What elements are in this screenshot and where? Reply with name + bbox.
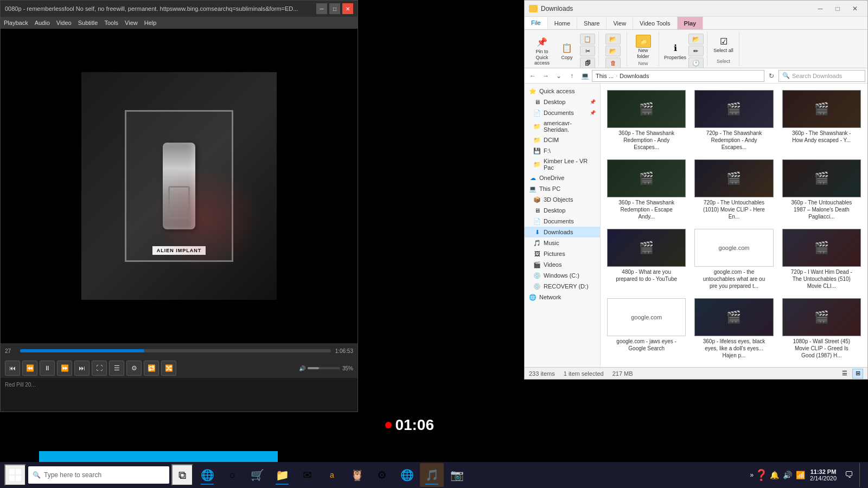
tray-network-icon[interactable]: 📶: [795, 465, 806, 485]
vlc-loop-button[interactable]: 🔁: [144, 361, 159, 376]
sidebar-item-this-pc[interactable]: 💻 This PC: [525, 183, 600, 194]
taskbar-app-extra[interactable]: ⚙: [370, 463, 394, 487]
taskbar-app-mail[interactable]: ✉: [295, 463, 319, 487]
vlc-fullscreen-button[interactable]: ⛶: [92, 361, 107, 376]
sidebar-item-fdrive[interactable]: 💾 F:\: [525, 145, 600, 156]
sidebar-item-music[interactable]: 🎵 Music: [525, 237, 600, 248]
tray-help-icon[interactable]: ❓: [756, 465, 767, 485]
move-to-button[interactable]: 📂: [605, 34, 621, 44]
sidebar-item-network[interactable]: 🌐 Network: [525, 292, 600, 303]
search-box[interactable]: 🔍 Search Downloads: [778, 70, 865, 82]
system-clock[interactable]: 11:32 PM 2/14/2020: [808, 468, 839, 481]
sidebar-item-desktop[interactable]: 🖥 Desktop: [525, 205, 600, 216]
copy-path-button[interactable]: 🗐: [580, 57, 595, 68]
explorer-minimize-button[interactable]: ─: [812, 3, 828, 14]
list-item[interactable]: 🎬 480p - What are you prepared to do - Y…: [605, 227, 688, 292]
paste-button[interactable]: 📋: [580, 34, 595, 44]
vlc-minimize-button[interactable]: ─: [316, 3, 327, 14]
ribbon-tab-view[interactable]: View: [607, 17, 633, 29]
vlc-play-pause-button[interactable]: ⏸: [40, 361, 55, 376]
ribbon-tab-file[interactable]: File: [525, 17, 548, 29]
taskbar-search[interactable]: 🔍 Type here to search: [28, 466, 169, 484]
task-view-button[interactable]: ⧉: [171, 464, 193, 486]
list-item[interactable]: 🎬 360p - lifeless eyes, black eyes, like…: [692, 296, 775, 361]
list-item[interactable]: 🎬 720p - The Untouchables (1010) Movie C…: [692, 157, 775, 222]
vlc-menu-audio[interactable]: Audio: [35, 20, 50, 26]
list-item[interactable]: google.com google.com - jaws eyes - Goog…: [605, 296, 688, 361]
new-folder-button[interactable]: 📁 New folder: [631, 34, 655, 61]
vlc-forward-button[interactable]: ⏩: [57, 361, 72, 376]
copy-to-button[interactable]: 📂: [605, 46, 621, 56]
tray-volume-icon[interactable]: 🔊: [782, 465, 793, 485]
taskbar-app-browser[interactable]: 🌐: [395, 463, 419, 487]
sidebar-item-americavr[interactable]: 📁 americavr-Sheridan.: [525, 118, 600, 134]
expand-button[interactable]: ⌄: [553, 70, 565, 82]
action-center-icon[interactable]: 🗨: [841, 465, 857, 485]
vlc-menu-view[interactable]: View: [125, 20, 138, 26]
sidebar-item-3d-objects[interactable]: 📦 3D Objects: [525, 194, 600, 205]
pc-icon-button[interactable]: 💻: [579, 70, 591, 82]
explorer-maximize-button[interactable]: □: [829, 3, 846, 14]
cut-button[interactable]: ✂: [580, 46, 595, 56]
vlc-next-button[interactable]: ⏭: [74, 361, 90, 376]
vlc-prev-button[interactable]: ⏮: [5, 361, 20, 376]
vlc-ext-button[interactable]: ⚙: [126, 361, 142, 376]
tray-notification-icon[interactable]: 🔔: [769, 465, 780, 485]
sidebar-item-desktop-pinned[interactable]: 🖥 Desktop 📌: [525, 97, 600, 107]
show-desktop-button[interactable]: [859, 463, 864, 487]
list-item[interactable]: google.com google.com - the untouchables…: [692, 227, 775, 292]
copy-button[interactable]: 📋 Copy: [555, 41, 579, 62]
taskbar-app-cortana[interactable]: ○: [220, 463, 244, 487]
taskbar-app-folder[interactable]: 📁: [270, 463, 294, 487]
back-button[interactable]: ←: [527, 70, 539, 82]
ribbon-tab-play[interactable]: Play: [678, 17, 704, 29]
sidebar-item-dcim[interactable]: 📁 DCIM: [525, 134, 600, 145]
sidebar-item-documents-pinned[interactable]: 📄 Documents 📌: [525, 107, 600, 118]
taskbar-app-vlc[interactable]: 🎵: [420, 463, 444, 487]
vlc-menu-subtitle[interactable]: Subtitle: [78, 20, 98, 26]
taskbar-app-camera[interactable]: 📷: [445, 463, 469, 487]
sidebar-item-quick-access[interactable]: ⭐ Quick access: [525, 86, 600, 97]
vlc-shuffle-button[interactable]: 🔀: [161, 361, 176, 376]
sidebar-item-downloads[interactable]: ⬇ Downloads: [525, 227, 600, 237]
ribbon-tab-video-tools[interactable]: Video Tools: [633, 17, 677, 29]
list-item[interactable]: 🎬 720p - The Shawshank Redemption - Andy…: [692, 88, 775, 153]
start-button[interactable]: [4, 464, 26, 486]
taskbar-app-tripadvisor[interactable]: 🦉: [345, 463, 369, 487]
sidebar-item-documents[interactable]: 📄 Documents: [525, 216, 600, 227]
vlc-menu-playback[interactable]: Playback: [4, 20, 28, 26]
sidebar-item-kimberlee[interactable]: 📁 Kimber Lee - VR Pac: [525, 156, 600, 172]
sidebar-item-onedrive[interactable]: ☁ OneDrive: [525, 172, 600, 183]
vlc-video-area[interactable]: ALIEN IMPLANT: [1, 29, 358, 343]
list-item[interactable]: 🎬 360p - The Shawshank Redemption - Andy…: [605, 88, 688, 153]
list-item[interactable]: 🎬 360p - The Untouchables 1987 – Malone'…: [780, 157, 863, 222]
vlc-menu-help[interactable]: Help: [144, 20, 157, 26]
open-button[interactable]: 📂: [688, 34, 704, 44]
list-item[interactable]: 🎬 720p - I Want Him Dead - The Untouchab…: [780, 227, 863, 292]
list-view-button[interactable]: ☰: [839, 369, 850, 378]
ribbon-tab-home[interactable]: Home: [548, 17, 577, 29]
vlc-maximize-button[interactable]: □: [329, 3, 340, 14]
properties-button[interactable]: ℹ Properties: [663, 41, 687, 62]
list-item[interactable]: 🎬 1080p - Wall Street (45) Movie CLIP - …: [780, 296, 863, 361]
history-button[interactable]: 🕐: [688, 57, 704, 68]
list-item[interactable]: 🎬 360p - The Shawshank Redemption - Esca…: [605, 157, 688, 222]
address-path[interactable]: This ... › Downloads: [592, 70, 764, 82]
select-button[interactable]: ☑ Select all: [712, 34, 736, 55]
vlc-rewind-button[interactable]: ⏪: [22, 361, 37, 376]
delete-button[interactable]: 🗑: [605, 57, 621, 68]
pin-to-quick-access-button[interactable]: 📌 Pin to Quick access: [530, 35, 554, 67]
ribbon-tab-share[interactable]: Share: [577, 17, 607, 29]
vlc-playlist-button[interactable]: ☰: [109, 361, 124, 376]
taskbar-app-ie[interactable]: 🌐: [195, 463, 219, 487]
taskbar-app-amazon[interactable]: a: [320, 463, 344, 487]
vlc-volume-track[interactable]: [308, 367, 340, 369]
vlc-menu-video[interactable]: Video: [56, 20, 72, 26]
taskbar-app-store[interactable]: 🛒: [245, 463, 269, 487]
list-item[interactable]: 🎬 360p - The Shawshank - How Andy escape…: [780, 88, 863, 153]
edit-button[interactable]: ✏: [688, 46, 704, 56]
vlc-close-button[interactable]: ✕: [342, 3, 353, 14]
sidebar-item-windows-c[interactable]: 💿 Windows (C:): [525, 270, 600, 281]
vlc-progress-track[interactable]: [20, 349, 331, 352]
refresh-button[interactable]: ↻: [765, 70, 777, 82]
